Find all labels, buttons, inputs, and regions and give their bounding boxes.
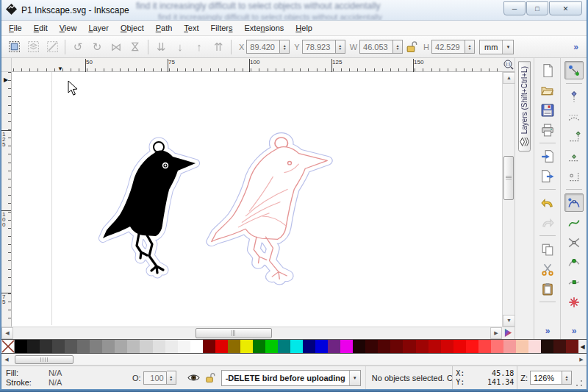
swatch-ff4444[interactable]	[478, 340, 491, 353]
swatch-ffffff[interactable]	[190, 340, 203, 353]
swatch-007800[interactable]	[253, 340, 265, 353]
menu-layer[interactable]: Layer	[82, 21, 115, 35]
fill-stroke-indicator[interactable]: Fill: N/A Stroke: N/A	[1, 368, 132, 388]
menu-help[interactable]: Help	[290, 21, 318, 35]
swatch-00c800[interactable]	[265, 340, 278, 353]
menu-filters[interactable]: Filters	[205, 21, 239, 35]
layer-lock-icon[interactable]	[203, 371, 218, 385]
bird-black-silhouette[interactable]	[103, 142, 196, 273]
snap-bbox-icon[interactable]	[564, 88, 584, 106]
scroll-left-icon[interactable]: ◀	[1, 327, 13, 339]
swatch-444444[interactable]	[52, 340, 65, 353]
snap-paths-icon[interactable]	[564, 213, 584, 232]
swatch-d0d0d0[interactable]	[140, 340, 152, 353]
swatch-b80404[interactable]	[429, 340, 441, 353]
menu-file[interactable]: File	[3, 21, 28, 35]
width-field[interactable]: 46.053	[359, 40, 393, 54]
palette-prev-icon[interactable]: ◀	[578, 340, 587, 353]
layers-dialog-tab[interactable]: Layers (Shift+Ctrl+L)	[518, 61, 531, 152]
swatch-ff1414[interactable]	[466, 340, 478, 353]
paste-icon[interactable]	[538, 279, 557, 298]
scroll-up-icon[interactable]: ▲	[503, 72, 515, 84]
swatch-8d6c00[interactable]	[228, 340, 240, 353]
snap-nodes-icon[interactable]	[564, 193, 584, 212]
swatch-585858[interactable]	[65, 340, 77, 353]
snap-bbox-edges-icon[interactable]	[564, 107, 584, 126]
vertical-scrollbar-thumb[interactable]	[503, 156, 514, 200]
swatch-200e0a[interactable]	[541, 340, 553, 353]
palette-scroll-left-icon[interactable]: ◀	[1, 357, 12, 363]
swatch-00e8e8[interactable]	[290, 340, 303, 353]
titlebar[interactable]: find it increasingly difficult to select…	[0, 0, 588, 21]
swatch-9e0404[interactable]	[416, 340, 429, 353]
open-document-icon[interactable]	[538, 81, 557, 99]
menu-edit[interactable]: Edit	[28, 21, 54, 35]
swatch-d20404[interactable]	[441, 340, 453, 353]
opacity-spinner[interactable]: ▲▼	[167, 371, 176, 385]
toolbar-overflow-button[interactable]: »	[573, 42, 578, 52]
swatch-500404[interactable]	[378, 340, 390, 353]
export-icon[interactable]	[538, 167, 557, 185]
window-resize-grip[interactable]	[575, 379, 584, 388]
zoom-spinner[interactable]: ▲▼	[562, 371, 572, 385]
swatch-000000[interactable]	[15, 340, 27, 353]
swatch-6e1512[interactable]	[566, 340, 578, 353]
y-spinner[interactable]: ▲▼	[336, 40, 345, 54]
swatch-3f100d[interactable]	[553, 340, 566, 353]
palette-scrollbar[interactable]: ◀ ▶	[1, 354, 587, 366]
duplicate-icon[interactable]	[538, 240, 557, 258]
swatch-a8a8a8[interactable]	[115, 340, 127, 353]
snap-bbox-edge-midpoints-icon[interactable]	[564, 147, 584, 165]
snap-rotation-center-icon[interactable]	[564, 293, 584, 311]
snap-enable-icon[interactable]	[564, 61, 584, 79]
x-field[interactable]: 89.420	[246, 40, 280, 54]
snap-intersections-icon[interactable]	[564, 233, 584, 252]
snap-bbox-corners-icon[interactable]	[564, 127, 584, 146]
snap-cusp-nodes-icon[interactable]	[564, 253, 584, 271]
swatch-760000[interactable]	[203, 340, 215, 353]
select-all-icon[interactable]	[5, 38, 23, 56]
commands-bar-overflow-button[interactable]: »	[545, 326, 550, 336]
close-button[interactable]: ✕	[549, 1, 582, 15]
swatch-360404[interactable]	[365, 340, 378, 353]
swatch-007d7d[interactable]	[278, 340, 290, 353]
palette-scroll-right-icon[interactable]: ▶	[576, 357, 587, 363]
undo-icon[interactable]	[538, 193, 557, 212]
menu-extensions[interactable]: Extensions	[239, 21, 290, 35]
swatch-e0e0e0[interactable]	[153, 340, 165, 353]
swatch-none[interactable]	[1, 340, 15, 353]
scroll-right-icon[interactable]: ▶	[490, 327, 502, 339]
horizontal-scrollbar[interactable]: ◀ ▶	[1, 327, 514, 339]
lock-ratio-icon[interactable]	[404, 38, 418, 56]
vertical-ruler[interactable]: ▶ 12510075	[1, 72, 12, 327]
menu-path[interactable]: Path	[150, 21, 179, 35]
swatch-0000dc[interactable]	[315, 340, 328, 353]
snap-bbox-centers-icon[interactable]	[564, 167, 584, 185]
units-dropdown[interactable]: mm▼	[479, 40, 514, 54]
swatch-eb00eb[interactable]	[340, 340, 353, 353]
width-spinner[interactable]: ▲▼	[393, 40, 403, 54]
sticky-zoom-toggle[interactable]: 1:1	[502, 58, 514, 72]
maximize-button[interactable]: □	[526, 1, 548, 15]
cut-icon[interactable]	[538, 260, 557, 278]
swatch-1b1b1b[interactable]	[27, 340, 40, 353]
snap-bar-overflow-button[interactable]: »	[572, 326, 576, 336]
swatch-808080[interactable]	[90, 340, 102, 353]
swatch-303030[interactable]	[40, 340, 52, 353]
drawing-canvas[interactable]	[12, 72, 502, 327]
palette-scrollbar-thumb[interactable]	[15, 355, 74, 364]
menu-text[interactable]: Text	[178, 21, 204, 35]
swatch-f8c8ad[interactable]	[516, 340, 528, 353]
zoom-field[interactable]: 126%	[530, 371, 562, 385]
height-spinner[interactable]: ▲▼	[465, 40, 475, 54]
swatch-6a0404[interactable]	[390, 340, 403, 353]
new-document-icon[interactable]	[538, 61, 557, 79]
swatch-ec0404[interactable]	[453, 340, 466, 353]
bird-red-outline[interactable]	[212, 138, 328, 279]
import-icon[interactable]	[538, 147, 557, 165]
swatch-6c6c6c[interactable]	[77, 340, 90, 353]
opacity-field[interactable]: 100	[143, 371, 167, 385]
swatch-ebebeb[interactable]	[165, 340, 178, 353]
swatch-949494[interactable]	[102, 340, 115, 353]
swatch-f5f5f5[interactable]	[178, 340, 190, 353]
